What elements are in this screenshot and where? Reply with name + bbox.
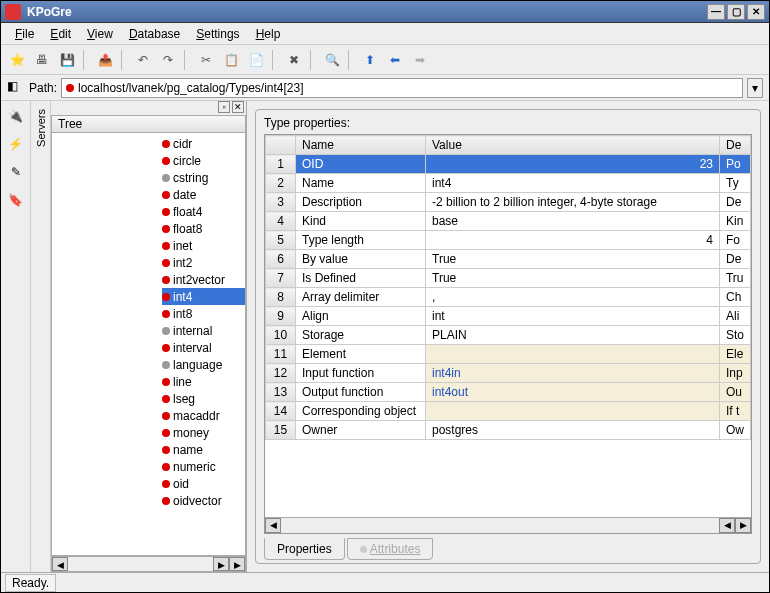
table-row[interactable]: 12Input functionint4inInp xyxy=(266,364,751,383)
table-hscroll[interactable]: ◀ ◀ ▶ xyxy=(265,517,751,533)
cut-icon[interactable]: ✂ xyxy=(194,48,218,72)
tree-item-label: oid xyxy=(173,477,189,491)
path-label: Path: xyxy=(29,81,57,95)
save-icon[interactable]: 💾 xyxy=(55,48,79,72)
tree-item-cstring[interactable]: cstring xyxy=(162,169,245,186)
table-row[interactable]: 1OID23Po xyxy=(266,155,751,174)
copy-icon[interactable]: 📋 xyxy=(219,48,243,72)
col-name[interactable]: Name xyxy=(296,136,426,155)
tree-item-int8[interactable]: int8 xyxy=(162,305,245,322)
table-row[interactable]: 9AlignintAli xyxy=(266,307,751,326)
redo-icon[interactable]: ↷ xyxy=(156,48,180,72)
tree-item-int4[interactable]: int4 xyxy=(162,288,245,305)
tree-panel: ▫ ✕ Tree cidrcirclecstringdatefloat4floa… xyxy=(51,101,247,572)
paste-icon[interactable]: 📄 xyxy=(244,48,268,72)
tab-attributes[interactable]: Attributes xyxy=(347,538,434,560)
table-scroll-right-pair-icon[interactable]: ◀ xyxy=(719,518,735,533)
col-desc[interactable]: De xyxy=(719,136,750,155)
tree-item-float8[interactable]: float8 xyxy=(162,220,245,237)
table-row[interactable]: 13Output functionint4outOu xyxy=(266,383,751,402)
type-bullet-icon xyxy=(162,361,170,369)
menu-database[interactable]: Database xyxy=(121,25,188,43)
delete-icon[interactable]: ✖ xyxy=(282,48,306,72)
cell-value: , xyxy=(426,288,720,307)
cell-desc: Tru xyxy=(719,269,750,288)
path-dropdown-icon[interactable]: ▾ xyxy=(747,78,763,98)
menu-settings[interactable]: Settings xyxy=(188,25,247,43)
tree-item-date[interactable]: date xyxy=(162,186,245,203)
scroll-right2-icon[interactable]: ▶ xyxy=(229,557,245,571)
tree-item-oidvector[interactable]: oidvector xyxy=(162,492,245,509)
table-row[interactable]: 8Array delimiter,Ch xyxy=(266,288,751,307)
menu-help[interactable]: Help xyxy=(248,25,289,43)
maximize-button[interactable]: ▢ xyxy=(727,4,745,20)
undo-icon[interactable]: ↶ xyxy=(131,48,155,72)
table-row[interactable]: 4KindbaseKin xyxy=(266,212,751,231)
tree-item-float4[interactable]: float4 xyxy=(162,203,245,220)
tree-item-name[interactable]: name xyxy=(162,441,245,458)
tree-item-line[interactable]: line xyxy=(162,373,245,390)
col-num[interactable] xyxy=(266,136,296,155)
unplug-icon[interactable]: ⚡ xyxy=(5,133,27,155)
tab-properties[interactable]: Properties xyxy=(264,538,345,560)
search-icon[interactable]: 🔍 xyxy=(320,48,344,72)
scroll-left-icon[interactable]: ◀ xyxy=(52,557,68,571)
table-row[interactable]: 7Is DefinedTrueTru xyxy=(266,269,751,288)
path-field[interactable]: localhost/lvanek/pg_catalog/Types/int4[2… xyxy=(61,78,743,98)
table-row[interactable]: 5Type length4Fo xyxy=(266,231,751,250)
scroll-right-icon[interactable]: ▶ xyxy=(213,557,229,571)
tree-item-int2vector[interactable]: int2vector xyxy=(162,271,245,288)
tree-item-inet[interactable]: inet xyxy=(162,237,245,254)
tree-hscroll[interactable]: ◀ ▶ ▶ xyxy=(51,556,246,572)
table-row[interactable]: 2Nameint4Ty xyxy=(266,174,751,193)
table-row[interactable]: 10StoragePLAINSto xyxy=(266,326,751,345)
col-value[interactable]: Value xyxy=(426,136,720,155)
tree-close-icon[interactable]: ✕ xyxy=(232,101,244,113)
tree-item-internal[interactable]: internal xyxy=(162,322,245,339)
path-icon[interactable]: ◧ xyxy=(7,79,25,97)
tree-item-lseg[interactable]: lseg xyxy=(162,390,245,407)
table-scroll-right-icon[interactable]: ▶ xyxy=(735,518,751,533)
plug-icon[interactable]: 🔌 xyxy=(5,105,27,127)
attributes-dot-icon xyxy=(360,546,367,553)
cell-value[interactable]: int4in xyxy=(426,364,720,383)
tree-item-money[interactable]: money xyxy=(162,424,245,441)
type-bullet-icon xyxy=(162,140,170,148)
table-row[interactable]: 6By valueTrueDe xyxy=(266,250,751,269)
table-row[interactable]: 11ElementEle xyxy=(266,345,751,364)
table-row[interactable]: 15OwnerpostgresOw xyxy=(266,421,751,440)
tree-item-oid[interactable]: oid xyxy=(162,475,245,492)
menu-view[interactable]: View xyxy=(79,25,121,43)
type-bullet-icon xyxy=(162,412,170,420)
tree-item-label: int2vector xyxy=(173,273,225,287)
bookmark-icon[interactable]: ⭐ xyxy=(5,48,29,72)
tree-item-language[interactable]: language xyxy=(162,356,245,373)
tree-item-numeric[interactable]: numeric xyxy=(162,458,245,475)
tree-item-macaddr[interactable]: macaddr xyxy=(162,407,245,424)
cell-value[interactable]: int4out xyxy=(426,383,720,402)
tree-undock-icon[interactable]: ▫ xyxy=(218,101,230,113)
connection-dot-icon xyxy=(66,84,74,92)
tree-item-circle[interactable]: circle xyxy=(162,152,245,169)
close-button[interactable]: ✕ xyxy=(747,4,765,20)
minimize-button[interactable]: — xyxy=(707,4,725,20)
properties-table[interactable]: Name Value De 1OID23Po2Nameint4Ty3Descri… xyxy=(265,135,751,517)
forward-icon[interactable]: ➡ xyxy=(408,48,432,72)
up-icon[interactable]: ⬆ xyxy=(358,48,382,72)
tree-item-interval[interactable]: interval xyxy=(162,339,245,356)
servers-tab[interactable]: Servers xyxy=(31,101,51,572)
table-row[interactable]: 3Description-2 billion to 2 billion inte… xyxy=(266,193,751,212)
tag-icon[interactable]: 🔖 xyxy=(5,189,27,211)
tree-item-cidr[interactable]: cidr xyxy=(162,135,245,152)
menu-edit[interactable]: Edit xyxy=(42,25,79,43)
type-bullet-icon xyxy=(162,276,170,284)
wand-icon[interactable]: ✎ xyxy=(5,161,27,183)
menu-file[interactable]: File xyxy=(7,25,42,43)
table-scroll-left-icon[interactable]: ◀ xyxy=(265,518,281,533)
print-icon[interactable]: 🖶 xyxy=(30,48,54,72)
export-icon[interactable]: 📤 xyxy=(93,48,117,72)
back-icon[interactable]: ⬅ xyxy=(383,48,407,72)
tree-item-int2[interactable]: int2 xyxy=(162,254,245,271)
tree-body[interactable]: cidrcirclecstringdatefloat4float8inetint… xyxy=(51,133,246,556)
table-row[interactable]: 14Corresponding objectIf t xyxy=(266,402,751,421)
